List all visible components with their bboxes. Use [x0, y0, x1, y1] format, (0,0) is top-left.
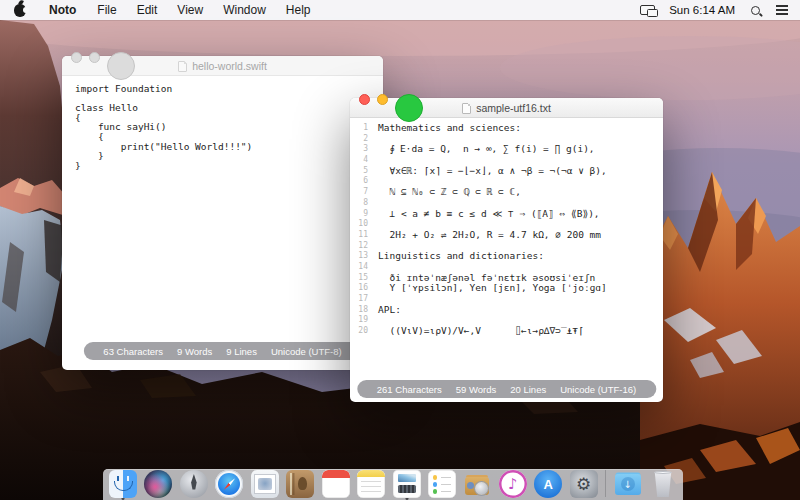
- word-count: 9 Words: [177, 346, 212, 357]
- line-number: 16: [350, 283, 368, 294]
- app-icon: [109, 470, 137, 498]
- text-line: ((V⍳V)=⍳⍴V)/V←,V ⌷←⍳→⍴∆∇⊃‾⍎⍕⌈: [378, 326, 584, 337]
- encoding-label: Unicode (UTF-8): [271, 346, 342, 357]
- line-number: 3: [350, 144, 368, 155]
- titlebar[interactable]: sample-utf16.txt: [350, 98, 663, 118]
- titlebar[interactable]: hello-world.swift: [62, 56, 383, 76]
- app-icon: [357, 470, 385, 498]
- line-number: 1: [350, 123, 368, 134]
- line-number: 8: [350, 198, 368, 209]
- editor-row: 7 ℕ ⊆ ℕ₀ ⊂ ℤ ⊂ ℚ ⊂ ℝ ⊂ ℂ,: [350, 187, 663, 198]
- menu-item[interactable]: File: [87, 0, 126, 20]
- line-number: 11: [350, 230, 368, 241]
- line-number: 10: [350, 219, 368, 230]
- menu-item[interactable]: Edit: [127, 0, 168, 20]
- text-line: ⊥ < a ≠ b ≡ c ≤ d ≪ ⊤ ⇒ (⟦A⟧ ⇔ ⟪B⟫),: [378, 209, 600, 220]
- dock-item-reminders[interactable]: [428, 470, 456, 500]
- code-editor[interactable]: import Foundationclass Hello{ func sayHi…: [62, 76, 383, 170]
- menu-bar: Noto FileEditViewWindowHelp Sun 6:14 AM: [0, 0, 800, 20]
- text-line: ℕ ⊆ ℕ₀ ⊂ ℤ ⊂ ℚ ⊂ ℝ ⊂ ℂ,: [378, 187, 521, 198]
- dock-item-system-preferences[interactable]: [570, 470, 598, 500]
- line-number: 19: [350, 315, 368, 326]
- text-line: ∮ E⋅da = Q, n → ∞, ∑ f(i) = ∏ g(i),: [378, 144, 595, 155]
- dock-item-notes[interactable]: [357, 470, 385, 500]
- line-number: 13: [350, 251, 368, 262]
- app-icon: [463, 470, 491, 498]
- menu-clock[interactable]: Sun 6:14 AM: [669, 4, 735, 16]
- editor-row: 1 Mathematics and sciences:: [350, 123, 663, 134]
- apple-menu-icon[interactable]: [14, 4, 26, 17]
- text-line: 2H₂ + O₂ ⇌ 2H₂O, R = 4.7 kΩ, ⌀ 200 mm: [378, 230, 601, 241]
- notification-center-icon[interactable]: [776, 5, 788, 7]
- close-button[interactable]: [71, 52, 82, 63]
- encoding-label: Unicode (UTF-16): [560, 384, 636, 395]
- menu-app-name[interactable]: Noto: [38, 0, 87, 20]
- app-icon: [570, 470, 598, 498]
- line-number: 17: [350, 294, 368, 305]
- dock-item-app-store[interactable]: [534, 470, 562, 500]
- line-number: 20: [350, 326, 368, 337]
- dock-item-trash[interactable]: [649, 470, 677, 500]
- minimize-button[interactable]: [89, 52, 100, 63]
- dock-item-finder[interactable]: [109, 470, 137, 500]
- window-title: sample-utf16.txt: [476, 102, 551, 114]
- app-icon: [393, 470, 421, 498]
- app-icon: [251, 470, 279, 498]
- line-count: 9 Lines: [226, 346, 257, 357]
- character-count: 261 Characters: [377, 384, 442, 395]
- code-line: class Hello: [75, 103, 383, 113]
- menu-items: FileEditViewWindowHelp: [87, 0, 320, 20]
- code-line: import Foundation: [75, 84, 383, 94]
- app-icon: [499, 470, 527, 498]
- close-button[interactable]: [359, 94, 370, 105]
- menu-item[interactable]: Window: [213, 0, 276, 20]
- editor-row: 16 Y [ˈʏpsilɔn], Yen [jɛn], Yoga [ˈjoːɡɑ…: [350, 283, 663, 294]
- dock-item-mail[interactable]: [251, 470, 279, 500]
- app-icon: [534, 470, 562, 498]
- line-count: 20 Lines: [510, 384, 546, 395]
- menu-item[interactable]: Help: [276, 0, 321, 20]
- minimize-button[interactable]: [377, 94, 388, 105]
- dock-item-preview[interactable]: [463, 470, 491, 500]
- app-icon: [144, 470, 172, 498]
- line-number: 6: [350, 176, 368, 187]
- app-icon: [215, 470, 243, 498]
- text-line: Linguistics and dictionaries:: [378, 251, 544, 262]
- dock-item-itunes[interactable]: [499, 470, 527, 500]
- editor-row: 13 Linguistics and dictionaries:: [350, 251, 663, 262]
- editor-row: 3 ∮ E⋅da = Q, n → ∞, ∑ f(i) = ∏ g(i),: [350, 144, 663, 155]
- menu-status-area: Sun 6:14 AM: [640, 4, 800, 16]
- line-number: 12: [350, 241, 368, 252]
- dock-item-launchpad[interactable]: [180, 470, 208, 500]
- window-hello-world: hello-world.swift import Foundationclass…: [62, 56, 383, 370]
- word-count: 59 Words: [456, 384, 496, 395]
- dock-item-calendar[interactable]: [322, 470, 350, 500]
- line-number: 7: [350, 187, 368, 198]
- dock-divider: [605, 470, 606, 500]
- document-icon: [178, 61, 187, 72]
- window-sample-utf16: sample-utf16.txt 1 Mathematics and scien…: [350, 98, 663, 402]
- editor-row: 8: [350, 198, 663, 209]
- code-line: }: [75, 151, 383, 161]
- spotlight-search-icon[interactable]: [751, 6, 760, 15]
- menu-item[interactable]: View: [167, 0, 213, 20]
- dock-item-downloads[interactable]: [614, 470, 642, 500]
- dock-item-noto[interactable]: [393, 470, 421, 500]
- code-line: print("Hello World!!!"): [75, 142, 383, 152]
- dock-item-safari[interactable]: [215, 470, 243, 500]
- line-number: 2: [350, 134, 368, 145]
- document-icon: [462, 103, 471, 114]
- app-icon: [605, 470, 606, 497]
- status-bar: 261 Characters 59 Words 20 Lines Unicode…: [357, 380, 656, 398]
- app-icon: [649, 470, 677, 498]
- editor-row: 18 APL:: [350, 305, 663, 316]
- display-mirroring-icon[interactable]: [640, 5, 655, 15]
- editor-row: 5 ∀x∈ℝ: ⌈x⌉ = −⌊−x⌋, α ∧ ¬β = ¬(¬α ∨ β),: [350, 166, 663, 177]
- dock-item-contacts[interactable]: [286, 470, 314, 500]
- code-line: func sayHi(): [75, 122, 383, 132]
- line-number: 9: [350, 209, 368, 220]
- line-number: 15: [350, 273, 368, 284]
- text-editor[interactable]: 1 Mathematics and sciences: 2 3 ∮ E⋅da =…: [350, 118, 663, 337]
- dock-item-siri[interactable]: [144, 470, 172, 500]
- code-line: }: [75, 161, 383, 171]
